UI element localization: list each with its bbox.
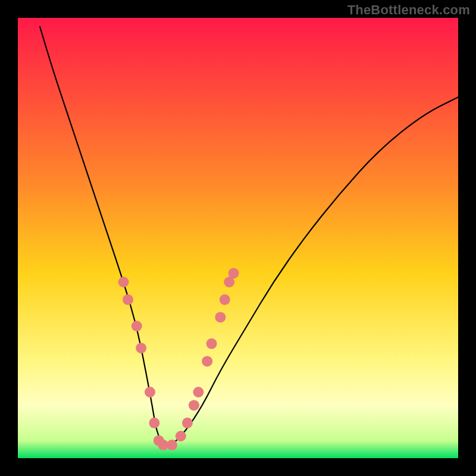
curve-marker xyxy=(123,295,133,305)
curve-marker xyxy=(118,277,129,287)
chart-svg xyxy=(0,0,476,476)
curve-marker xyxy=(176,431,186,441)
curve-marker xyxy=(149,418,159,428)
attribution-text: TheBottleneck.com xyxy=(347,2,470,18)
chart-frame: TheBottleneck.com xyxy=(0,0,476,476)
curve-marker xyxy=(220,295,230,305)
curve-marker xyxy=(206,339,217,349)
curve-marker xyxy=(182,418,193,428)
curve-marker xyxy=(193,387,203,397)
curve-marker xyxy=(131,321,142,331)
plot-background xyxy=(18,18,458,458)
curve-marker xyxy=(215,312,226,322)
curve-marker xyxy=(202,356,212,367)
curve-marker xyxy=(228,268,239,278)
curve-marker xyxy=(189,400,199,411)
curve-marker xyxy=(136,343,146,353)
curve-marker xyxy=(167,440,177,450)
curve-marker xyxy=(145,387,155,397)
